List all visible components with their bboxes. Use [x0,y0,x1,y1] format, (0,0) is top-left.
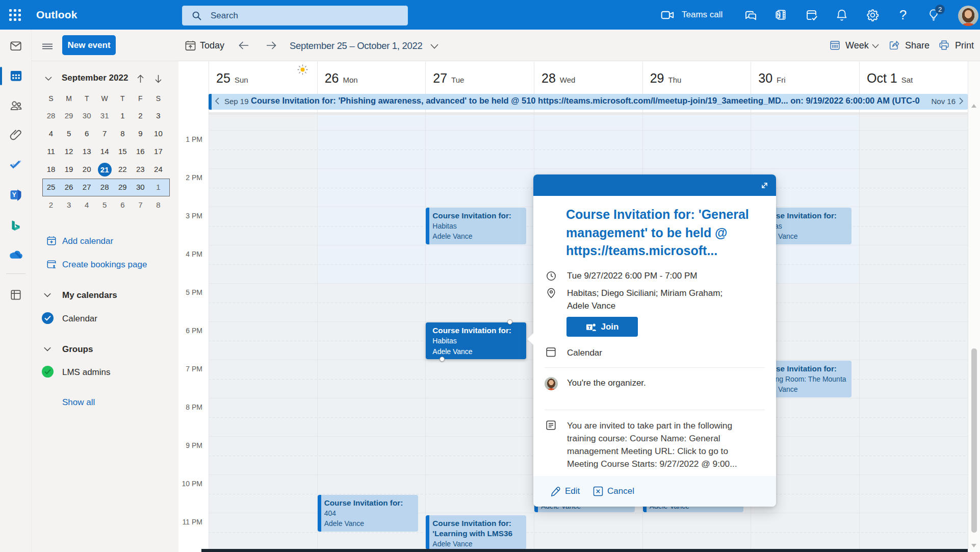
svg-text:N: N [777,12,781,18]
svg-text:T: T [588,324,591,330]
svg-text:Y: Y [12,191,17,198]
